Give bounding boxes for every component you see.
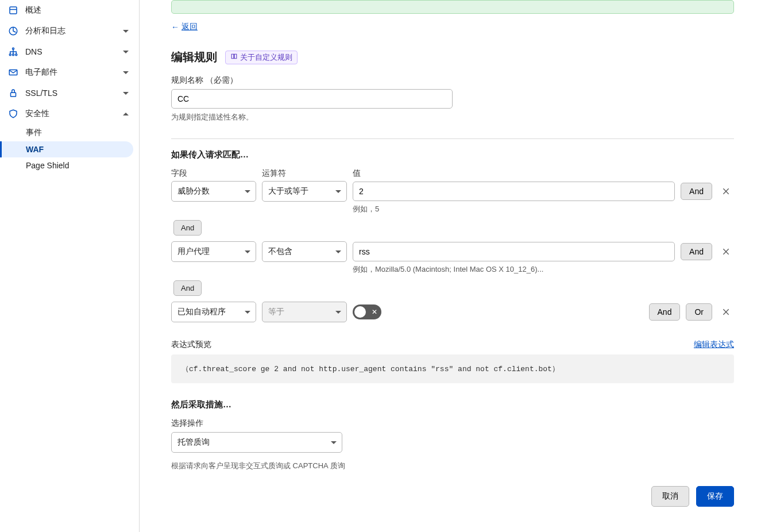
expression-preview-label: 表达式预览 bbox=[171, 340, 211, 350]
condition-headers: 字段 运算符 值 bbox=[171, 168, 734, 179]
value-input-wrapper bbox=[353, 182, 675, 201]
value-example: 例如，Mozilla/5.0 (Macintosh; Intel Mac OS … bbox=[353, 264, 734, 275]
svg-point-6 bbox=[16, 54, 17, 56]
expression-preview: （cf.threat_score ge 2 and not http.user_… bbox=[171, 354, 734, 383]
overview-icon bbox=[8, 5, 18, 16]
value-input-wrapper bbox=[353, 242, 675, 261]
connector: And bbox=[171, 220, 734, 236]
condition-row: 已知自动程序 等于 ✕ And Or bbox=[171, 302, 734, 322]
close-icon bbox=[721, 187, 731, 196]
svg-rect-8 bbox=[11, 92, 16, 97]
action-select-label: 选择操作 bbox=[171, 418, 734, 429]
toggle-off-icon: ✕ bbox=[372, 309, 377, 315]
field-select-value: 用户代理 bbox=[171, 241, 256, 262]
header-field: 字段 bbox=[171, 168, 256, 179]
dns-icon bbox=[8, 47, 18, 57]
lock-icon bbox=[8, 88, 18, 98]
shield-icon bbox=[8, 109, 18, 119]
save-button[interactable]: 保存 bbox=[696, 486, 734, 507]
sidebar-subitem-label: Page Shield bbox=[26, 161, 69, 170]
analytics-icon bbox=[8, 26, 18, 36]
back-arrow-icon: ← bbox=[171, 22, 179, 32]
sidebar-item-label: 安全性 bbox=[25, 109, 131, 119]
field-select-value: 已知自动程序 bbox=[171, 302, 256, 322]
toggle-knob bbox=[354, 306, 366, 318]
rule-name-label: 规则名称 （必需） bbox=[171, 75, 734, 86]
remove-row-button[interactable] bbox=[718, 183, 734, 199]
value-input[interactable] bbox=[353, 242, 675, 261]
close-icon bbox=[721, 247, 731, 256]
field-select[interactable]: 威胁分数 bbox=[171, 181, 256, 202]
sidebar-item-email[interactable]: 电子邮件 bbox=[0, 62, 139, 83]
rule-name-help: 为规则指定描述性名称。 bbox=[171, 112, 734, 122]
sidebar-item-dns[interactable]: DNS bbox=[0, 41, 139, 62]
sidebar: 概述 分析和日志 DNS 电子邮件 SSL/TLS bbox=[0, 0, 140, 532]
svg-rect-0 bbox=[10, 7, 17, 14]
header-value: 值 bbox=[353, 168, 734, 179]
sidebar-subitem-waf[interactable]: WAF bbox=[0, 141, 133, 157]
sidebar-item-security[interactable]: 安全性 bbox=[0, 103, 139, 124]
condition-row: 用户代理 不包含 And 例如，Mozilla/5.0 (Macintosh; … bbox=[171, 241, 734, 275]
and-button[interactable]: And bbox=[649, 303, 681, 321]
back-link-label: 返回 bbox=[181, 22, 198, 32]
close-icon bbox=[721, 307, 731, 317]
field-select-value: 威胁分数 bbox=[171, 181, 256, 202]
field-select[interactable]: 用户代理 bbox=[171, 241, 256, 262]
sidebar-item-label: 电子邮件 bbox=[25, 67, 131, 78]
sidebar-subitem-events[interactable]: 事件 bbox=[0, 124, 139, 141]
sidebar-item-overview[interactable]: 概述 bbox=[0, 0, 139, 21]
edit-expression-link[interactable]: 编辑表达式 bbox=[694, 340, 734, 350]
action-select[interactable]: 托管质询 bbox=[171, 432, 342, 453]
back-link[interactable]: ← 返回 bbox=[171, 22, 198, 32]
operator-select[interactable]: 大于或等于 bbox=[262, 181, 347, 202]
sidebar-subitem-label: WAF bbox=[26, 145, 44, 154]
sidebar-item-label: 概述 bbox=[25, 5, 131, 16]
or-button[interactable]: Or bbox=[686, 303, 712, 321]
divider bbox=[171, 138, 734, 139]
operator-select-value: 不包含 bbox=[262, 241, 347, 262]
connector-label: And bbox=[173, 220, 202, 236]
sidebar-item-label: 分析和日志 bbox=[25, 26, 131, 36]
sidebar-subitem-label: 事件 bbox=[26, 128, 42, 137]
page-title: 编辑规则 bbox=[171, 49, 217, 65]
field-select[interactable]: 已知自动程序 bbox=[171, 302, 256, 322]
about-badge-label: 关于自定义规则 bbox=[240, 52, 292, 63]
email-icon bbox=[8, 67, 18, 78]
operator-select[interactable]: 不包含 bbox=[262, 241, 347, 262]
and-button[interactable]: And bbox=[681, 183, 712, 200]
action-help-text: 根据请求向客户呈现非交互式质询或 CAPTCHA 质询 bbox=[171, 461, 734, 471]
value-example: 例如，5 bbox=[353, 204, 734, 214]
condition-row: 威胁分数 大于或等于 And 例如，5 bbox=[171, 181, 734, 214]
operator-select-value: 等于 bbox=[262, 302, 347, 322]
value-toggle[interactable]: ✕ bbox=[353, 304, 381, 319]
svg-point-4 bbox=[9, 54, 11, 56]
sidebar-item-label: SSL/TLS bbox=[25, 88, 131, 98]
sidebar-item-label: DNS bbox=[25, 47, 131, 56]
svg-point-3 bbox=[13, 48, 14, 49]
header-operator: 运算符 bbox=[262, 168, 347, 179]
operator-select-value: 大于或等于 bbox=[262, 181, 347, 202]
book-icon bbox=[230, 53, 238, 62]
match-section-title: 如果传入请求匹配… bbox=[171, 149, 734, 160]
rule-name-input[interactable] bbox=[171, 89, 453, 109]
value-input[interactable] bbox=[353, 182, 675, 201]
action-select-value: 托管质询 bbox=[171, 432, 342, 453]
main-content: ← 返回 编辑规则 关于自定义规则 规则名称 （必需） 为规则指定描述性名称。 … bbox=[140, 0, 757, 532]
about-custom-rules-link[interactable]: 关于自定义规则 bbox=[225, 51, 298, 64]
success-banner bbox=[171, 0, 734, 14]
svg-point-5 bbox=[13, 54, 14, 56]
remove-row-button[interactable] bbox=[718, 244, 734, 260]
connector: And bbox=[171, 280, 734, 296]
sidebar-item-analytics[interactable]: 分析和日志 bbox=[0, 21, 139, 41]
and-button[interactable]: And bbox=[681, 243, 712, 260]
sidebar-subitem-pageshield[interactable]: Page Shield bbox=[0, 157, 139, 174]
connector-label: And bbox=[173, 280, 202, 296]
operator-select: 等于 bbox=[262, 302, 347, 322]
sidebar-item-ssl[interactable]: SSL/TLS bbox=[0, 83, 139, 103]
action-section-title: 然后采取措施… bbox=[171, 399, 734, 410]
remove-row-button[interactable] bbox=[718, 304, 734, 320]
cancel-button[interactable]: 取消 bbox=[651, 486, 689, 507]
